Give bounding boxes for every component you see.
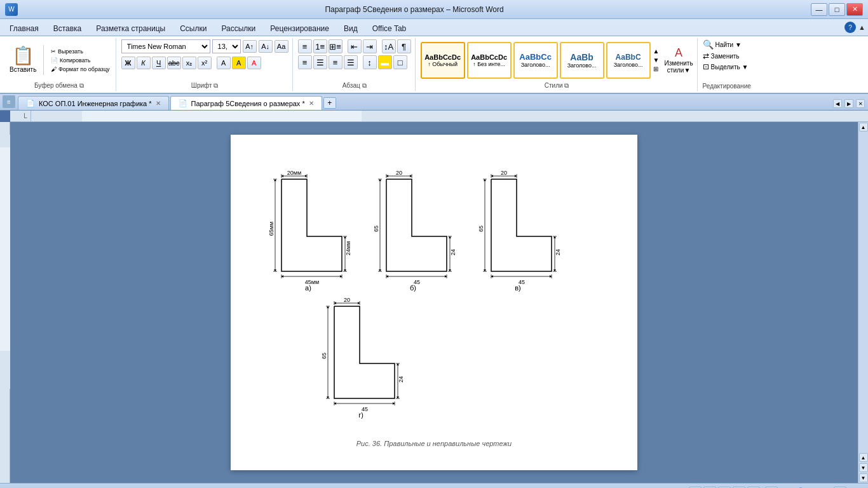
underline-button[interactable]: Ч — [152, 57, 166, 69]
editing-group-label: Редактирование — [703, 81, 751, 90]
bold-button[interactable]: Ж — [121, 57, 135, 69]
styles-scroll-up[interactable]: ▲ — [653, 48, 660, 55]
style-normal[interactable]: AaBbCcDc ↑ Обычный — [421, 42, 465, 79]
scroll-page-up[interactable]: ▲ — [859, 453, 868, 462]
minimize-button[interactable]: — — [811, 3, 827, 16]
select-button[interactable]: ⊡Выделить ▼ — [703, 62, 749, 71]
doc-tab-2-close[interactable]: ✕ — [309, 100, 314, 107]
italic-button[interactable]: К — [137, 57, 151, 69]
svg-marker-90 — [327, 396, 329, 398]
tab-layout[interactable]: Разметка страницы — [89, 22, 172, 36]
scroll-page-down[interactable]: ▼ — [859, 463, 868, 472]
cut-button[interactable]: ✂ Вырезать — [49, 48, 111, 55]
help-button[interactable]: ? — [844, 22, 856, 33]
font-group: Times New Roman 13,5 A↑ A↓ Аа Ж К Ч abc … — [118, 38, 293, 91]
copy-button[interactable]: 📄 Копировать — [49, 57, 111, 64]
justify-button[interactable]: ☰ — [344, 55, 358, 69]
increase-font-button[interactable]: A↑ — [243, 40, 257, 53]
styles-scroll-down[interactable]: ▼ — [653, 57, 660, 64]
tab-scroll-right[interactable]: ▶ — [844, 99, 853, 108]
strikethrough-button[interactable]: abc — [167, 57, 181, 69]
paste-button[interactable]: 📋 Вставить — [6, 45, 39, 75]
align-right-button[interactable]: ≡ — [329, 55, 342, 69]
paragraph-group: ≡ 1≡ ⊞≡ ⇤ ⇥ ↕A ¶ ≡ ☰ ≡ ☰ ↕ ▬ — [294, 38, 416, 91]
document-tab-2[interactable]: 📄 Параграф 5Сведения о размерах * ✕ — [170, 96, 322, 110]
border-button[interactable]: □ — [393, 55, 407, 69]
tab-mail[interactable]: Рассылки — [214, 22, 262, 36]
font-color-button[interactable]: A — [247, 57, 261, 69]
align-center-button[interactable]: ☰ — [313, 55, 327, 69]
clear-format-button[interactable]: Аа — [275, 40, 288, 53]
maximize-button[interactable]: □ — [829, 3, 845, 16]
format-painter-button[interactable]: 🖌 Формат по образцу — [49, 65, 111, 73]
svg-text:б): б) — [410, 284, 416, 292]
view-selector[interactable]: L — [20, 112, 31, 119]
doc-tab-1-close[interactable]: ✕ — [156, 100, 161, 107]
tab-links[interactable]: Ссылки — [173, 22, 214, 36]
tab-close-all[interactable]: ✕ — [856, 99, 865, 108]
sort-button[interactable]: ↕A — [382, 39, 396, 53]
document-tab-1[interactable]: 📄 КОС ОП.01 Инженерная графика * ✕ — [18, 96, 169, 110]
list-bullets-button[interactable]: ≡ — [298, 39, 312, 53]
scroll-down-button[interactable]: ▼ — [859, 473, 868, 482]
change-styles-button[interactable]: A Изменить стили▼ — [665, 46, 693, 74]
line-spacing-button[interactable]: ↕ — [363, 55, 377, 69]
style-no-spacing[interactable]: AaBbCcDc ↑ Без инте... — [467, 42, 512, 79]
tab-home[interactable]: Главная — [3, 22, 46, 36]
style-heading3[interactable]: AaBbC Заголово... — [606, 42, 651, 79]
svg-marker-25 — [344, 269, 346, 271]
para-expand-icon[interactable]: ⧉ — [362, 82, 367, 89]
styles-expand-icon[interactable]: ⧉ — [564, 82, 569, 89]
highlight-button[interactable]: A — [232, 57, 246, 69]
list-numbers-button[interactable]: 1≡ — [313, 39, 327, 53]
style-h1-label: Заголово... — [521, 62, 550, 68]
superscript-button[interactable]: x² — [198, 57, 212, 69]
style-heading1[interactable]: AaBbCc Заголово... — [513, 42, 558, 79]
style-h1-sample: AaBbCc — [519, 52, 552, 62]
font-size-select[interactable]: 13,5 — [212, 39, 241, 53]
svg-marker-24 — [344, 236, 346, 238]
svg-marker-101 — [334, 402, 336, 405]
shading-button[interactable]: ▬ — [378, 55, 392, 69]
new-tab-button[interactable]: + — [323, 97, 336, 109]
ribbon-tab-bar: Главная Вставка Разметка страницы Ссылки… — [0, 19, 868, 36]
ribbon-collapse-button[interactable]: ▲ — [858, 24, 865, 31]
clipboard-group-label: Буфер обмена ⧉ — [6, 81, 112, 90]
tab-insert[interactable]: Вставка — [46, 22, 89, 36]
svg-marker-52 — [445, 275, 447, 278]
increase-indent-button[interactable]: ⇥ — [363, 39, 377, 53]
vertical-scrollbar[interactable]: ▲ ▲ ▼ ▼ — [858, 122, 868, 483]
doc-tab-1-label: КОС ОП.01 Инженерная графика * — [39, 100, 152, 107]
tab-view[interactable]: Вид — [337, 22, 365, 36]
list-multilevel-button[interactable]: ⊞≡ — [329, 39, 342, 53]
svg-marker-45 — [449, 236, 451, 238]
style-heading2[interactable]: AaBb Заголово... — [560, 42, 604, 79]
decrease-font-button[interactable]: A↓ — [259, 40, 273, 53]
svg-marker-95 — [397, 363, 399, 365]
clipboard-expand-icon[interactable]: ⧉ — [79, 82, 84, 89]
document-scroll[interactable]: 20мм 65мм 24мм — [10, 122, 858, 483]
tab-scroll-left[interactable]: ◀ — [833, 99, 842, 108]
subscript-button[interactable]: x₂ — [182, 57, 196, 69]
svg-marker-76 — [491, 275, 493, 278]
replace-button[interactable]: ⇄Заменить — [703, 51, 740, 60]
find-button[interactable]: 🔍Найти ▼ — [703, 39, 742, 50]
svg-text:24мм: 24мм — [345, 241, 351, 255]
svg-marker-84 — [358, 302, 360, 304]
svg-marker-102 — [393, 402, 395, 405]
align-left-button[interactable]: ≡ — [298, 55, 312, 69]
style-h3-label: Заголово... — [614, 62, 643, 68]
close-button[interactable]: ✕ — [846, 3, 863, 16]
scroll-up-button[interactable]: ▲ — [859, 123, 868, 132]
tab-review[interactable]: Рецензирование — [263, 22, 336, 36]
text-effects-button[interactable]: A — [217, 57, 231, 69]
tabs-menu-button[interactable]: ≡ — [3, 95, 15, 108]
font-name-select[interactable]: Times New Roman — [121, 39, 210, 53]
svg-text:24: 24 — [398, 376, 404, 383]
svg-marker-21 — [305, 175, 307, 177]
decrease-indent-button[interactable]: ⇤ — [348, 39, 362, 53]
tab-officetab[interactable]: Office Tab — [365, 22, 414, 36]
show-formatting-button[interactable]: ¶ — [397, 39, 411, 53]
font-expand-icon[interactable]: ⧉ — [214, 82, 218, 89]
styles-expand[interactable]: ⊞ — [653, 65, 660, 72]
